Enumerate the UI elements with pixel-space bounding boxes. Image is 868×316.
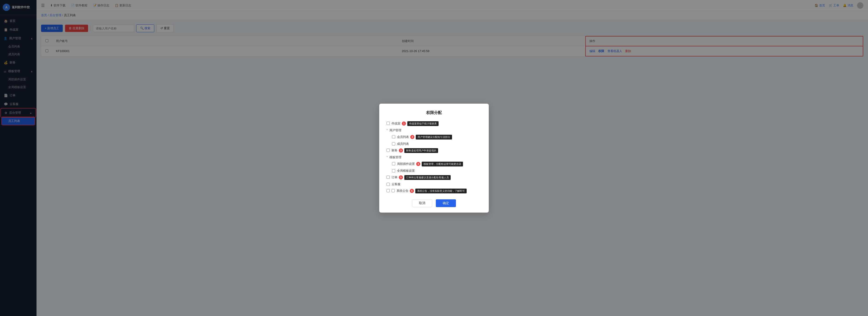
perm-local-plugin-row: 局部插件设置 4 模板管理，分配给运营可能更合适 xyxy=(386,161,482,167)
perm-local-plugin-checkbox[interactable] xyxy=(392,162,395,165)
perm-announcement-checkbox[interactable] xyxy=(386,189,390,192)
perm-workspace-badge: 1 xyxy=(402,121,406,125)
perm-finance-checkbox[interactable] xyxy=(386,149,390,152)
confirm-button[interactable]: 确定 xyxy=(436,199,456,207)
permission-list: 作战室 1 作战室类似于统计报表类 ▾ 用户管理 xyxy=(386,121,482,194)
perm-order-checkbox[interactable] xyxy=(386,176,390,179)
perm-user-mgmt-chevron: ▾ xyxy=(386,128,388,131)
perm-announcement-badge: 6 xyxy=(410,189,414,193)
perm-member-list-row: 会员列表 2 用户管理建议分配给引流部分 xyxy=(386,134,482,140)
modal-footer: 取消 确定 xyxy=(386,199,482,207)
main-wrapper: ☰ ⬇ 软件下载 📄 软件教程 📝 操作日志 📋 更新日志 🏠 首页 🛒 工单 xyxy=(36,0,868,316)
perm-cloud-service-label: 云客服 xyxy=(392,182,400,186)
perm-local-plugin-badge: 4 xyxy=(416,162,420,166)
perm-order-row: 订单 5 订单和云客服建议直接分配给客服人员 xyxy=(386,175,482,180)
modal-title: 权限分配 xyxy=(386,110,482,115)
perm-finance-badge: 3 xyxy=(399,148,403,152)
perm-finance-label: 财务 3 财务是处理用户申请提现的 xyxy=(392,148,438,153)
perm-member-list-label: 会员列表 2 用户管理建议分配给引流部分 xyxy=(397,135,452,140)
perm-staff-list-row: 成员列表 xyxy=(386,141,482,146)
perm-order-badge: 5 xyxy=(399,175,403,179)
modal-overlay[interactable]: 权限分配 作战室 1 作战室类似于统计报表类 ▾ xyxy=(36,20,868,316)
perm-global-template-row: 全局模板设置 xyxy=(386,168,482,173)
perm-global-template-checkbox[interactable] xyxy=(392,169,395,172)
perm-local-plugin-tooltip: 模板管理，分配给运营可能更合适 xyxy=(422,162,463,167)
perm-workspace-checkbox[interactable] xyxy=(386,122,390,125)
perm-finance-text: 财务 xyxy=(392,148,398,152)
perm-order-label: 订单 5 订单和云客服建议直接分配给客服人员 xyxy=(392,175,451,180)
perm-template-mgmt-label: 模板管理 xyxy=(390,155,401,160)
perm-order-text: 订单 xyxy=(392,175,398,179)
perm-finance-tooltip: 财务是处理用户申请提现的 xyxy=(404,148,438,153)
perm-staff-list-label: 成员列表 xyxy=(397,142,409,146)
perm-template-mgmt-chevron: ▾ xyxy=(386,155,388,158)
perm-user-mgmt-row: ▾ 用户管理 xyxy=(386,128,482,133)
perm-announcement-text: 系统公告 xyxy=(397,189,408,193)
perm-cloud-service-row: 云客服 xyxy=(386,182,482,187)
perm-member-list-text: 会员列表 xyxy=(397,135,409,139)
content-area: + 新增员工 🗑 批量删除 🔍 搜索 ↺ 重置 用户账号 xyxy=(36,20,868,316)
perm-template-mgmt-row: ▾ 模板管理 xyxy=(386,155,482,160)
perm-finance-row: 财务 3 财务是处理用户申请提现的 xyxy=(386,148,482,153)
perm-cloud-service-checkbox[interactable] xyxy=(386,183,390,186)
perm-local-plugin-label: 局部插件设置 4 模板管理，分配给运营可能更合适 xyxy=(397,162,463,167)
perm-workspace-text: 作战室 xyxy=(392,121,400,125)
perm-member-list-badge: 2 xyxy=(410,135,414,139)
perm-global-template-label: 全局模板设置 xyxy=(397,169,415,173)
perm-user-mgmt-label: 用户管理 xyxy=(390,128,401,133)
perm-user-mgmt-text: 用户管理 xyxy=(390,128,401,133)
perm-workspace-tooltip: 作战室类似于统计报表类 xyxy=(407,121,439,126)
perm-staff-list-text: 成员列表 xyxy=(397,142,409,146)
permission-modal: 权限分配 作战室 1 作战室类似于统计报表类 ▾ xyxy=(379,104,489,212)
perm-member-list-checkbox[interactable] xyxy=(392,135,395,138)
perm-announcement-checkbox2[interactable] xyxy=(392,189,395,192)
perm-workspace-label: 作战室 1 作战室类似于统计报表类 xyxy=(392,121,439,126)
perm-order-tooltip: 订单和云客服建议直接分配给客服人员 xyxy=(404,175,451,180)
perm-announcement-tooltip: 系统公告，没有实际意义的功能，了解即可 xyxy=(415,189,467,193)
perm-cloud-service-text: 云客服 xyxy=(392,182,400,186)
perm-member-list-tooltip: 用户管理建议分配给引流部分 xyxy=(416,135,452,140)
perm-local-plugin-text: 局部插件设置 xyxy=(397,162,415,166)
perm-template-mgmt-text: 模板管理 xyxy=(390,155,401,160)
cancel-button[interactable]: 取消 xyxy=(412,199,432,207)
perm-announcement-row: 系统公告 6 系统公告，没有实际意义的功能，了解即可 xyxy=(386,188,482,194)
perm-workspace-row: 作战室 1 作战室类似于统计报表类 xyxy=(386,121,482,126)
perm-announcement-label: 系统公告 6 系统公告，没有实际意义的功能，了解即可 xyxy=(397,189,467,193)
perm-global-template-text: 全局模板设置 xyxy=(397,169,415,173)
perm-staff-list-checkbox[interactable] xyxy=(392,142,395,145)
